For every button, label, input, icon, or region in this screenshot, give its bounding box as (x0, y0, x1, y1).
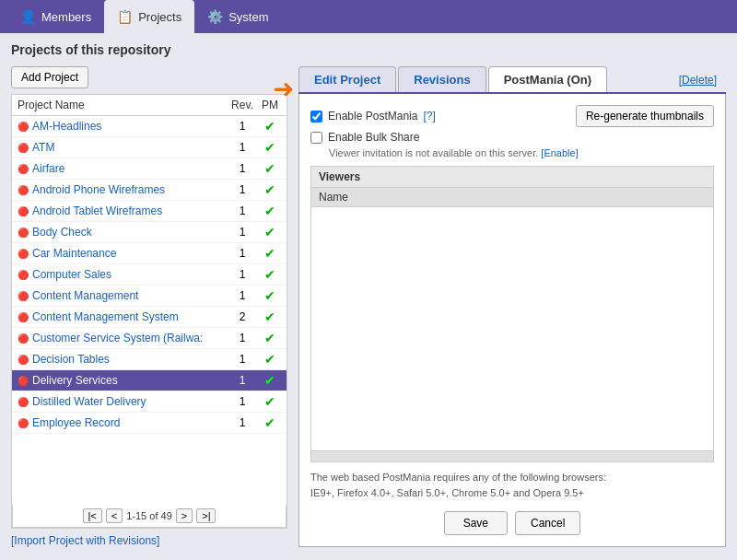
project-table-header: Project Name Rev. PM (12, 95, 287, 116)
col-header-name: Project Name (18, 99, 226, 111)
right-panel: ➜ Edit Project Revisions PostMania (On) … (298, 66, 726, 547)
last-page-button[interactable]: >| (196, 508, 216, 523)
project-link[interactable]: Customer Service System (Railwa: (32, 332, 226, 344)
project-rev: 2 (226, 310, 259, 323)
table-row[interactable]: 🔴 Car Maintenance 1 ✔ (12, 243, 287, 264)
viewers-body (311, 207, 713, 450)
project-link[interactable]: Distilled Water Delivery (32, 395, 226, 408)
regen-thumbnails-button[interactable]: Re-generate thumbnails (576, 105, 714, 127)
project-rev: 1 (226, 289, 259, 302)
project-link[interactable]: Airfare (32, 162, 226, 175)
viewers-title: Viewers (311, 167, 713, 188)
project-rev: 1 (226, 353, 259, 366)
project-pm-check: ✔ (259, 119, 281, 134)
enable-postmania-row: Enable PostMania [?] Re-generate thumbna… (310, 105, 714, 127)
page-info: 1-15 of 49 (126, 510, 172, 521)
tab-edit-project-label: Edit Project (314, 73, 380, 87)
tab-edit-project[interactable]: Edit Project (298, 66, 396, 92)
table-row[interactable]: 🔴 Content Management 1 ✔ (12, 286, 287, 307)
add-project-button[interactable]: Add Project (11, 66, 88, 88)
project-icon: 🔴 (18, 418, 29, 428)
project-link[interactable]: Car Maintenance (32, 247, 226, 260)
viewer-note-text: Viewer invitation is not available on th… (329, 147, 538, 158)
project-link[interactable]: Computer Sales (32, 268, 226, 281)
project-list: 🔴 AM-Headlines 1 ✔ 🔴 ATM 1 ✔ 🔴 (12, 116, 287, 505)
first-page-button[interactable]: |< (83, 508, 102, 523)
page-title: Projects of this repository (11, 42, 726, 57)
project-icon: 🔴 (18, 270, 29, 280)
project-rev: 1 (226, 332, 259, 344)
import-project-link[interactable]: [Import Project with Revisions] (11, 534, 287, 547)
arrow-indicator: ➜ (273, 74, 294, 104)
project-icon: 🔴 (18, 143, 29, 153)
nav-tab-members-label: Members (41, 10, 91, 24)
top-rows: Enable PostMania [?] Re-generate thumbna… (310, 105, 714, 158)
nav-tab-system[interactable]: ⚙️ System (194, 0, 281, 33)
project-link[interactable]: Android Phone Wireframes (32, 183, 226, 196)
delete-button[interactable]: [Delete] (670, 68, 726, 92)
project-link[interactable]: ATM (32, 141, 226, 154)
pagination: |< < 1-15 of 49 > >| (12, 505, 287, 528)
nav-tab-members[interactable]: 👤 Members (7, 0, 104, 33)
col-header-rev: Rev. (226, 99, 259, 111)
table-row[interactable]: 🔴 Content Management System 2 ✔ (12, 307, 287, 328)
project-rev: 1 (226, 226, 259, 239)
project-icon: 🔴 (18, 397, 29, 407)
prev-page-button[interactable]: < (106, 508, 123, 523)
projects-icon: 📋 (117, 9, 133, 24)
table-row[interactable]: 🔴 Body Check 1 ✔ (12, 222, 287, 243)
project-icon: 🔴 (18, 376, 29, 386)
table-row[interactable]: 🔴 Airfare 1 ✔ (12, 158, 287, 180)
project-icon: 🔴 (18, 164, 29, 174)
tab-revisions[interactable]: Revisions (398, 66, 485, 92)
table-row[interactable]: 🔴 AM-Headlines 1 ✔ (12, 116, 287, 137)
table-row[interactable]: 🔴 Decision Tables 1 ✔ (12, 349, 287, 370)
save-button[interactable]: Save (444, 511, 508, 535)
project-link[interactable]: Content Management System (32, 310, 226, 323)
tab-postmania[interactable]: PostMania (On) (488, 66, 607, 92)
members-icon: 👤 (20, 9, 36, 24)
main-content: Projects of this repository Add Project … (0, 33, 737, 560)
table-row[interactable]: 🔴 Customer Service System (Railwa: 1 ✔ (12, 328, 287, 349)
project-rev: 1 (226, 141, 259, 154)
nav-tab-projects[interactable]: 📋 Projects (104, 0, 194, 33)
table-row[interactable]: 🔴 Android Phone Wireframes 1 ✔ (12, 180, 287, 201)
project-icon: 🔴 (18, 122, 29, 132)
project-link[interactable]: AM-Headlines (32, 120, 226, 133)
project-icon: 🔴 (18, 206, 29, 216)
project-pm-check: ✔ (259, 225, 281, 239)
project-link[interactable]: Employee Record (32, 416, 226, 429)
table-row[interactable]: 🔴 ATM 1 ✔ (12, 137, 287, 158)
project-icon: 🔴 (18, 249, 29, 259)
project-link[interactable]: Delivery Services (32, 374, 226, 387)
table-row[interactable]: 🔴 Delivery Services 1 ✔ (12, 370, 287, 391)
browser-note-line2: IE9+, Firefox 4.0+, Safari 5.0+, Chrome … (310, 485, 714, 501)
system-icon: ⚙️ (207, 9, 223, 24)
project-link[interactable]: Decision Tables (32, 353, 226, 366)
left-panel: Add Project Project Name Rev. PM 🔴 AM-He… (11, 66, 287, 547)
project-rev: 1 (226, 374, 259, 387)
cancel-button[interactable]: Cancel (515, 511, 580, 535)
tab-revisions-label: Revisions (414, 73, 470, 87)
project-rev: 1 (226, 395, 259, 408)
viewer-note: Viewer invitation is not available on th… (329, 147, 714, 158)
project-icon: 🔴 (18, 291, 29, 301)
enable-postmania-checkbox[interactable] (310, 111, 322, 122)
viewers-scrollbar[interactable] (311, 450, 713, 461)
table-row[interactable]: 🔴 Employee Record 1 ✔ (12, 413, 287, 434)
enable-viewer-link[interactable]: [Enable] (541, 147, 578, 158)
nav-tab-projects-label: Projects (138, 10, 181, 24)
action-buttons: Save Cancel (310, 508, 714, 535)
enable-bulk-share-checkbox[interactable] (310, 132, 322, 144)
project-rev: 1 (226, 120, 259, 133)
next-page-button[interactable]: > (176, 508, 193, 523)
project-link[interactable]: Content Management (32, 289, 226, 302)
project-pm-check: ✔ (259, 204, 281, 218)
project-pm-check: ✔ (259, 246, 281, 261)
table-row[interactable]: 🔴 Android Tablet Wireframes 1 ✔ (12, 201, 287, 222)
project-table: Project Name Rev. PM 🔴 AM-Headlines 1 ✔ … (11, 94, 287, 529)
table-row[interactable]: 🔴 Computer Sales 1 ✔ (12, 264, 287, 286)
project-link[interactable]: Body Check (32, 226, 226, 239)
project-link[interactable]: Android Tablet Wireframes (32, 204, 226, 217)
table-row[interactable]: 🔴 Distilled Water Delivery 1 ✔ (12, 391, 287, 413)
